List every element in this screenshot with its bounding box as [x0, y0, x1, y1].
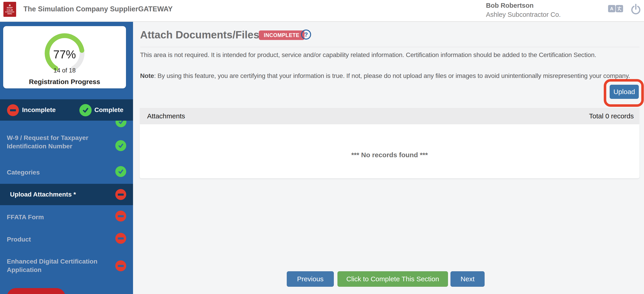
sidebar-bottom-button[interactable] — [7, 288, 66, 294]
no-records-message: *** No records found *** — [140, 151, 640, 159]
minus-bar — [118, 265, 124, 267]
incomplete-minus-icon — [7, 104, 19, 116]
minus-icon — [115, 189, 126, 200]
sidebar-item-label: W-9 / Request for Taxpayer Identificatio… — [7, 134, 107, 150]
translate-icon[interactable]: A — [608, 5, 623, 12]
sidebar-item-label: FFATA Form — [7, 213, 107, 221]
previous-button[interactable]: Previous — [287, 271, 334, 287]
minus-bar — [118, 238, 124, 240]
translate-a-glyph: A — [608, 5, 615, 12]
intro-text: This area is not required. It is intende… — [140, 51, 596, 59]
power-icon[interactable] — [630, 3, 642, 15]
divider — [140, 47, 640, 47]
minus-bar — [118, 194, 124, 196]
user-name: Bob Robertson — [486, 2, 534, 9]
complete-check-icon — [79, 104, 92, 116]
note-label: Note — [140, 72, 154, 79]
legend-complete-label: Complete — [94, 106, 124, 114]
progress-percent: 77% — [3, 48, 126, 61]
minus-bar — [10, 109, 16, 111]
logo-line: KOBAYASHI — [5, 11, 14, 13]
minus-icon — [115, 233, 126, 244]
attachments-table-header: Attachments Total 0 records — [140, 108, 640, 124]
attachments-table-body: *** No records found *** — [140, 124, 640, 178]
check-icon — [115, 140, 126, 151]
sidebar: 77% 14 of 18 Registration Progress Incom… — [0, 22, 133, 294]
page: ♚ KEEP CALM KOBAYASHI MARU The Simulatio… — [0, 0, 644, 294]
next-button[interactable]: Next — [450, 271, 484, 287]
top-header: ♚ KEEP CALM KOBAYASHI MARU The Simulatio… — [0, 0, 644, 22]
minus-icon — [115, 260, 126, 271]
status-badge: INCOMPLETE — [259, 30, 304, 40]
sidebar-item-label: Upload Attachments * — [10, 190, 110, 199]
sidebar-item-label: Enhanced Digital Certification Applicati… — [7, 257, 107, 274]
company-logo: ♚ KEEP CALM KOBAYASHI MARU — [4, 2, 16, 17]
logo-line: KEEP — [7, 6, 13, 9]
note-text: Note: By using this feature, you are cer… — [140, 72, 630, 79]
check-icon — [115, 166, 126, 177]
sidebar-item-label: Categories — [7, 168, 107, 177]
attachments-table-title: Attachments — [147, 108, 185, 124]
progress-count: 14 of 18 — [3, 67, 126, 74]
legend-incomplete-label: Incomplete — [22, 106, 56, 114]
help-icon[interactable]: ? — [301, 29, 311, 39]
complete-section-button[interactable]: Click to Complete This Section — [338, 271, 448, 287]
status-legend: Incomplete Complete — [0, 99, 133, 121]
attachments-record-count: Total 0 records — [589, 108, 634, 124]
sidebar-item-upload-attachments[interactable]: Upload Attachments * — [0, 184, 133, 205]
sidebar-item-label: Product — [7, 235, 107, 244]
note-body: : By using this feature, you are certify… — [154, 72, 630, 79]
page-title: Attach Documents/Files — [140, 29, 259, 41]
lang-glyph-icon — [617, 6, 622, 11]
minus-icon — [115, 211, 126, 222]
user-company: Ashley Subcontractor Co. — [486, 11, 561, 18]
upload-highlight-annotation — [604, 79, 644, 107]
logo-line: CALM — [6, 9, 13, 11]
progress-label: Registration Progress — [3, 78, 126, 86]
translate-lang-glyph — [616, 5, 623, 12]
logo-line: MARU — [8, 13, 12, 15]
minus-bar — [118, 215, 124, 217]
app-title: The Simulation Company SupplierGATEWAY — [24, 5, 172, 13]
registration-progress-card: 77% 14 of 18 Registration Progress — [3, 26, 126, 88]
crown-icon: ♚ — [9, 4, 11, 6]
